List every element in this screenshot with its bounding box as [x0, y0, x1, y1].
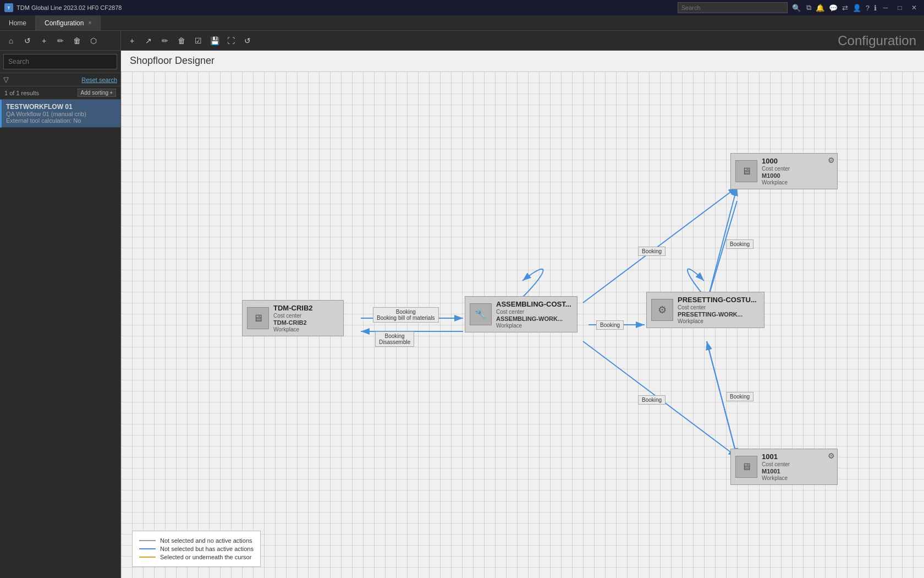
switch-icon[interactable]: ⇄: [842, 4, 848, 12]
info-icon[interactable]: ℹ: [874, 4, 877, 12]
restore-button[interactable]: □: [894, 2, 905, 13]
help-icon[interactable]: ?: [866, 4, 870, 12]
svg-line-7: [707, 201, 737, 303]
assembling-name: ASSEMBLING-WORK...: [496, 315, 571, 322]
item-subtitle: QA Workflow 01 (manual crib): [6, 111, 116, 117]
node-1001[interactable]: 🖥 1001 Cost center M1001 Workplace ⚙: [730, 449, 838, 485]
home-label: Home: [9, 19, 26, 27]
titlebar-search-input[interactable]: [678, 2, 788, 13]
node-presetting[interactable]: ⚙ PRESETTING-COSTU... Cost center PRESET…: [646, 292, 765, 328]
node-crib[interactable]: 🖥 TDM-CRIB2 Cost center TDM-CRIB2 Workpl…: [242, 300, 344, 336]
label-booking-lower: Booking: [638, 395, 666, 405]
assembling-type: Cost center: [496, 309, 571, 315]
minimize-button[interactable]: ─: [880, 2, 891, 13]
node1000-icon: 🖥: [735, 160, 757, 182]
check-btn[interactable]: ☑: [190, 33, 206, 48]
add-toolbar-btn[interactable]: +: [36, 33, 52, 48]
edit-toolbar-btn[interactable]: ✏: [53, 33, 68, 48]
sync-btn[interactable]: ↺: [240, 33, 255, 48]
assembling-id: ASSEMBLING-COST...: [496, 300, 571, 308]
tab-label: Configuration: [45, 19, 84, 27]
svg-line-6: [583, 187, 737, 303]
presetting-id: PRESETTING-COSTU...: [678, 296, 757, 304]
crib-icon: 🖥: [247, 307, 269, 329]
expand-btn[interactable]: ⛶: [223, 33, 239, 48]
arrow-btn[interactable]: ↗: [141, 33, 156, 48]
label-booking-upper: Booking: [638, 247, 666, 256]
list-item[interactable]: TESTWORKFLOW 01 QA Workflow 01 (manual c…: [0, 100, 120, 128]
plus-icon: +: [109, 90, 113, 96]
node1001-icon: 🖥: [735, 456, 757, 478]
node1001-label: Workplace: [762, 475, 790, 481]
node1001-info: 1001 Cost center M1001 Workplace: [762, 452, 790, 481]
copy-icon[interactable]: ⧉: [806, 3, 811, 12]
home-nav[interactable]: Home: [0, 15, 36, 30]
canvas-title: Shopfloor Designer: [121, 51, 924, 72]
presetting-label: Workplace: [678, 318, 757, 324]
crib-type: Cost center: [273, 313, 313, 319]
filter-icon[interactable]: ▽: [3, 75, 9, 84]
titlebar-icons: ⧉ 🔔 💬 ⇄ 👤 ? ℹ: [806, 3, 877, 12]
pencil-btn[interactable]: ✏: [157, 33, 173, 48]
assembling-info: ASSEMBLING-COST... Cost center ASSEMBLIN…: [496, 300, 571, 329]
item-title: TESTWORKFLOW 01: [6, 103, 116, 111]
node-assembling[interactable]: 🔧 ASSEMBLING-COST... Cost center ASSEMBL…: [465, 296, 578, 332]
legend-line-grey: [139, 540, 156, 541]
legend-item-orange: Selected or underneath the cursor: [139, 554, 254, 560]
presetting-type: Cost center: [678, 304, 757, 310]
delete-node-btn[interactable]: 🗑: [174, 33, 189, 48]
label-booking-top: Booking: [726, 239, 754, 249]
delete-toolbar-btn[interactable]: 🗑: [69, 33, 85, 48]
node1001-id: 1001: [762, 452, 790, 461]
user-icon[interactable]: 👤: [853, 4, 861, 12]
legend-line-orange: [139, 557, 156, 558]
node1000-id: 1000: [762, 157, 790, 165]
canvas-page-title: Configuration: [838, 33, 916, 48]
label-booking-dis: Booking Disassemble: [375, 331, 414, 347]
chat-icon[interactable]: 💬: [829, 4, 838, 12]
tab-close-icon[interactable]: ×: [88, 20, 91, 26]
sidebar-list: TESTWORKFLOW 01 QA Workflow 01 (manual c…: [0, 100, 120, 578]
reset-search-link[interactable]: Reset search: [81, 77, 117, 83]
canvas-toolbar: + ↗ ✏ 🗑 ☑ 💾 ⛶ ↺ Configuration: [121, 31, 924, 51]
node1000-name: M1000: [762, 172, 790, 179]
node-1000[interactable]: 🖥 1000 Cost center M1000 Workplace ⚙: [730, 153, 838, 189]
navbar: Home Configuration ×: [0, 15, 924, 31]
add-node-btn[interactable]: +: [124, 33, 140, 48]
results-count: 1 of 1 results: [4, 90, 39, 96]
results-bar: 1 of 1 results Add sorting +: [0, 86, 120, 100]
legend: Not selected and no active actions Not s…: [132, 531, 261, 567]
filter-bar: ▽ Reset search: [0, 73, 120, 86]
configuration-tab[interactable]: Configuration ×: [36, 15, 101, 30]
node1001-type: Cost center: [762, 461, 790, 467]
app-title: TDM Global Line 2023.02 HF0 CF2878: [16, 4, 122, 11]
titlebar: T TDM Global Line 2023.02 HF0 CF2878 🔍 ⧉…: [0, 0, 924, 15]
bell-icon[interactable]: 🔔: [816, 4, 824, 12]
presetting-icon: ⚙: [651, 299, 673, 321]
search-icon: 🔍: [792, 4, 801, 12]
node1000-label: Workplace: [762, 179, 790, 186]
sidebar-search-input[interactable]: [3, 54, 117, 69]
legend-label-blue: Not selected but has active actions: [160, 546, 254, 552]
crib-name: TDM-CRIB2: [273, 319, 313, 326]
legend-line-blue: [139, 548, 156, 549]
node1001-name: M1001: [762, 468, 790, 475]
add-sorting-button[interactable]: Add sorting +: [78, 89, 116, 97]
crib-info: TDM-CRIB2 Cost center TDM-CRIB2 Workplac…: [273, 304, 313, 332]
presetting-name: PRESETTING-WORK...: [678, 311, 757, 318]
canvas[interactable]: 🖥 TDM-CRIB2 Cost center TDM-CRIB2 Workpl…: [121, 72, 924, 578]
crib-id: TDM-CRIB2: [273, 304, 313, 312]
app-icon: T: [4, 3, 13, 12]
workflow-toolbar-btn[interactable]: ⬡: [86, 33, 101, 48]
sidebar-search-container: [0, 51, 120, 73]
legend-item-grey: Not selected and no active actions: [139, 537, 254, 544]
save-btn[interactable]: 💾: [207, 33, 222, 48]
home-toolbar-btn[interactable]: ⌂: [3, 33, 19, 48]
legend-label-orange: Selected or underneath the cursor: [160, 554, 251, 560]
legend-label-grey: Not selected and no active actions: [160, 537, 252, 544]
label-booking-bill: Booking Booking bill of materials: [373, 307, 439, 323]
label-booking-bottom: Booking: [726, 392, 754, 401]
refresh-toolbar-btn[interactable]: ↺: [20, 33, 35, 48]
close-button[interactable]: ✕: [909, 2, 920, 13]
canvas-container: + ↗ ✏ 🗑 ☑ 💾 ⛶ ↺ Configuration Shopfloor …: [121, 31, 924, 578]
